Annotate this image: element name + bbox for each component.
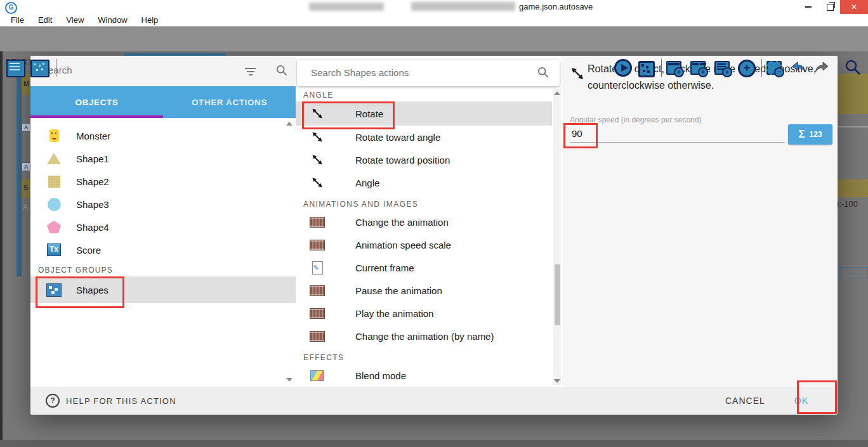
toolbar: + + + + − — [0, 27, 868, 51]
action-row-blend-mode[interactable]: Blend mode — [296, 364, 552, 387]
title-bar: G game.json.autosave ✕ — [0, 0, 868, 14]
filter-icon[interactable] — [245, 68, 256, 69]
object-row-shape2[interactable]: Shape2 — [30, 170, 296, 193]
film-icon — [310, 308, 325, 319]
undo-button[interactable] — [791, 60, 807, 75]
object-label: Shape2 — [76, 176, 109, 187]
scroll-up-arrow[interactable] — [554, 91, 560, 95]
scrollbar-thumb[interactable] — [555, 264, 560, 325]
minimize-icon — [805, 6, 812, 8]
object-row-shape4[interactable]: Shape4 — [30, 216, 296, 238]
help-button[interactable]: HELP FOR THIS ACTION — [66, 396, 176, 406]
scrollbar-track[interactable] — [553, 89, 561, 385]
group-row-shapes[interactable]: Shapes — [30, 276, 296, 303]
action-row-current-frame[interactable]: Current frame — [296, 256, 552, 279]
object-row-shape1[interactable]: Shape1 — [30, 147, 296, 170]
scene-editor-icon[interactable] — [30, 60, 49, 77]
toolbar-separator — [761, 59, 762, 77]
tab-other-actions[interactable]: OTHER ACTIONS — [163, 86, 296, 118]
screen: { "window": { "title": "game.json.autosa… — [0, 0, 868, 447]
delete-event-button[interactable]: − — [766, 61, 782, 75]
object-row-score[interactable]: Score — [30, 238, 296, 261]
add-event-button[interactable]: + — [666, 61, 681, 75]
background-event-header-right — [838, 179, 868, 197]
monster-icon — [49, 129, 59, 142]
plus-icon: + — [698, 67, 708, 77]
restore-button[interactable] — [820, 0, 840, 14]
objects-tab-bar: OBJECTS OTHER ACTIONS — [30, 86, 296, 118]
scroll-down-arrow[interactable] — [286, 378, 293, 382]
ok-button[interactable]: OK — [794, 396, 808, 406]
background-field-outline — [839, 267, 868, 278]
action-row-pause-the-animation[interactable]: Pause the animation — [296, 279, 552, 302]
minus-icon: − — [774, 67, 784, 77]
frame-icon — [312, 261, 323, 275]
menu-view[interactable]: View — [59, 15, 91, 25]
blend-icon — [310, 370, 325, 381]
search-events-button[interactable] — [844, 58, 860, 74]
action-row-change-the-animation-by-name[interactable]: Change the animation (by name) — [296, 325, 552, 347]
film-icon — [310, 308, 325, 319]
rotate-icon — [310, 107, 325, 120]
film-icon — [310, 240, 325, 250]
add-subevent-button[interactable]: + — [690, 61, 706, 75]
cancel-button[interactable]: CANCEL — [725, 396, 765, 406]
object-search-input[interactable] — [41, 64, 233, 76]
action-label: Animation speed scale — [355, 240, 451, 250]
menu-edit[interactable]: Edit — [31, 15, 59, 25]
parameter-label: Angular speed (in degrees per second) — [570, 115, 701, 124]
action-row-animation-speed-scale[interactable]: Animation speed scale — [296, 233, 552, 256]
background-expression-text: ):-100 — [836, 199, 858, 209]
actions-list: ANGLERotateRotate toward angleRotate tow… — [296, 89, 552, 387]
play-button[interactable] — [614, 59, 632, 77]
pentagon-icon — [47, 221, 61, 233]
group-icon — [44, 283, 63, 297]
action-row-play-the-animation[interactable]: Play the animation — [296, 302, 552, 325]
film-icon — [310, 217, 325, 228]
actions-panel: ANGLERotateRotate toward angleRotate tow… — [296, 56, 562, 387]
background-event-header-right — [838, 74, 868, 114]
action-search-input[interactable] — [310, 67, 528, 79]
debug-button[interactable] — [638, 61, 655, 77]
scroll-up-arrow[interactable] — [286, 122, 293, 126]
plus-icon: + — [722, 67, 732, 77]
action-row-rotate-toward-angle[interactable]: Rotate toward angle — [296, 126, 552, 148]
project-manager-icon[interactable] — [6, 60, 25, 77]
menu-help[interactable]: Help — [135, 15, 166, 25]
action-label: Blend mode — [355, 370, 406, 381]
scroll-down-arrow[interactable] — [554, 379, 560, 383]
group-label: Shapes — [76, 285, 109, 295]
add-comment-button[interactable]: + — [714, 61, 730, 75]
rotate-icon — [570, 66, 585, 81]
search-icon[interactable] — [537, 66, 549, 81]
film-icon — [310, 217, 325, 228]
film-icon — [310, 285, 325, 296]
monster-icon — [44, 129, 63, 142]
object-row-shape3[interactable]: Shape3 — [30, 193, 296, 216]
close-button[interactable]: ✕ — [840, 0, 868, 14]
background-letter: A — [23, 203, 28, 212]
menu-window[interactable]: Window — [91, 15, 134, 25]
action-label: Change the animation — [355, 217, 449, 228]
search-icon[interactable] — [275, 64, 288, 79]
action-label: Current frame — [355, 262, 414, 273]
object-label: Shape1 — [76, 153, 109, 164]
angular-speed-field[interactable] — [570, 124, 785, 143]
text-object-icon — [47, 243, 61, 256]
action-row-angle[interactable]: Angle — [296, 171, 552, 194]
menu-file[interactable]: File — [4, 15, 31, 25]
parameters-panel: Rotate an object, clockwise if the speed… — [562, 56, 838, 387]
add-other-event-button[interactable]: + — [738, 60, 756, 77]
restore-icon — [827, 4, 834, 11]
object-row-monster[interactable]: Monster — [30, 124, 296, 147]
minimize-button[interactable] — [798, 0, 819, 14]
redo-button[interactable] — [813, 60, 830, 75]
background-action-badge: A — [22, 123, 30, 132]
object-label: Score — [76, 245, 101, 256]
background-bottom-strip — [0, 440, 868, 447]
tab-objects[interactable]: OBJECTS — [30, 86, 163, 118]
action-row-change-the-animation[interactable]: Change the animation — [296, 211, 552, 233]
action-row-rotate[interactable]: Rotate — [296, 101, 552, 126]
expression-editor-button[interactable]: Σ 123 — [788, 124, 832, 145]
action-row-rotate-toward-position[interactable]: Rotate toward position — [296, 148, 552, 171]
